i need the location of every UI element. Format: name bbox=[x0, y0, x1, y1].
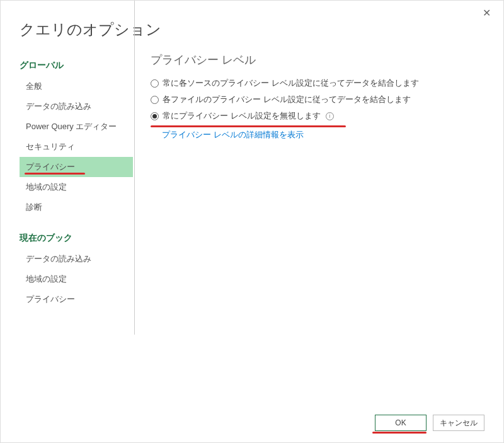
sidebar-item-wb-regional[interactable]: 地域の設定 bbox=[20, 269, 133, 289]
annotation-underline bbox=[372, 432, 427, 434]
sidebar-section-workbook: 現在のブック bbox=[20, 227, 133, 249]
radio-icon bbox=[151, 96, 159, 104]
cancel-button[interactable]: キャンセル bbox=[433, 415, 484, 431]
radio-icon-checked bbox=[151, 112, 159, 120]
sidebar-item-diagnostics[interactable]: 診断 bbox=[20, 197, 133, 217]
close-icon[interactable]: ✕ bbox=[478, 6, 496, 21]
sidebar-section-global: グローバル bbox=[20, 55, 133, 76]
radio-label: 常に各ソースのプライバシー レベル設定に従ってデータを結合します bbox=[163, 78, 419, 89]
radio-option-ignore-privacy[interactable]: 常にプライバシー レベル設定を無視します i bbox=[151, 110, 484, 122]
sidebar-item-wb-privacy[interactable]: プライバシー bbox=[20, 289, 133, 309]
sidebar-item-general[interactable]: 全般 bbox=[20, 76, 133, 96]
content-heading: プライバシー レベル bbox=[151, 52, 484, 67]
radio-label: 常にプライバシー レベル設定を無視します bbox=[163, 110, 321, 122]
privacy-levels-info-link[interactable]: プライバシー レベルの詳細情報を表示 bbox=[151, 129, 484, 141]
content-pane: プライバシー レベル 常に各ソースのプライバシー レベル設定に従ってデータを結合… bbox=[133, 52, 484, 396]
radio-label: 各ファイルのプライバシー レベル設定に従ってデータを結合します bbox=[163, 94, 411, 105]
radio-option-combine-per-source[interactable]: 常に各ソースのプライバシー レベル設定に従ってデータを結合します bbox=[151, 78, 484, 89]
sidebar-item-wb-data-load[interactable]: データの読み込み bbox=[20, 249, 133, 269]
sidebar-item-regional[interactable]: 地域の設定 bbox=[20, 177, 133, 197]
sidebar-global-list: 全般 データの読み込み Power Query エディター セキュリティ プライ… bbox=[20, 76, 133, 217]
radio-icon bbox=[151, 79, 159, 88]
sidebar: グローバル 全般 データの読み込み Power Query エディター セキュリ… bbox=[20, 52, 133, 396]
sidebar-item-security[interactable]: セキュリティ bbox=[20, 137, 133, 157]
annotation-underline bbox=[25, 173, 85, 175]
dialog-title: クエリのオプション bbox=[1, 1, 503, 52]
query-options-dialog: ✕ クエリのオプション グローバル 全般 データの読み込み Power Quer… bbox=[0, 0, 504, 443]
sidebar-item-pq-editor[interactable]: Power Query エディター bbox=[20, 117, 133, 137]
annotation-underline bbox=[151, 125, 346, 127]
radio-option-combine-per-file[interactable]: 各ファイルのプライバシー レベル設定に従ってデータを結合します bbox=[151, 94, 484, 105]
dialog-button-row: OK キャンセル bbox=[375, 415, 484, 431]
dialog-body: グローバル 全般 データの読み込み Power Query エディター セキュリ… bbox=[1, 52, 503, 396]
sidebar-workbook-list: データの読み込み 地域の設定 プライバシー bbox=[20, 249, 133, 309]
ok-button[interactable]: OK bbox=[375, 415, 427, 431]
info-icon[interactable]: i bbox=[326, 112, 334, 120]
sidebar-item-data-load[interactable]: データの読み込み bbox=[20, 96, 133, 117]
